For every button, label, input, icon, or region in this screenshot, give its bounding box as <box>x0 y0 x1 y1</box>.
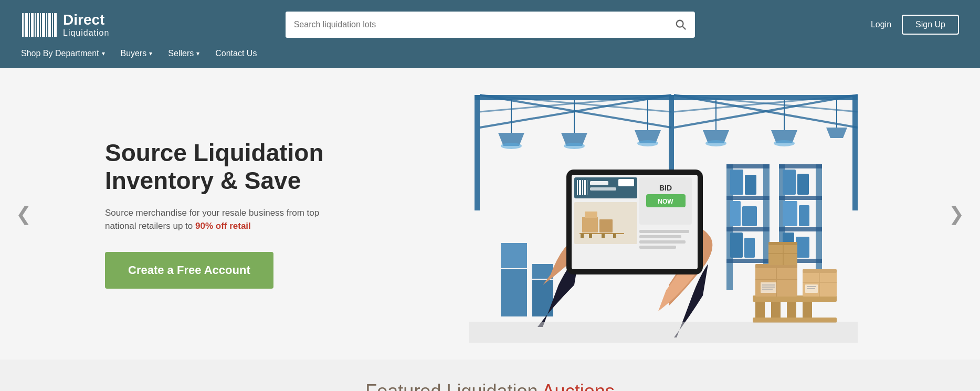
svg-rect-58 <box>742 206 757 226</box>
svg-rect-124 <box>469 322 858 343</box>
hero-prev-button[interactable]: ❮ <box>10 198 37 230</box>
svg-rect-75 <box>803 302 812 318</box>
svg-line-13 <box>682 26 686 29</box>
svg-rect-114 <box>585 212 597 218</box>
svg-rect-0 <box>22 13 24 37</box>
svg-point-34 <box>637 140 658 146</box>
svg-rect-106 <box>618 179 634 186</box>
logo-text: Direct Liquidation <box>63 12 109 37</box>
svg-rect-122 <box>639 240 686 244</box>
chevron-down-icon: ▾ <box>102 50 105 57</box>
svg-rect-81 <box>761 282 776 293</box>
hero-text: Source LiquidationInventory & Save Sourc… <box>105 139 367 289</box>
nav-item-contact[interactable]: Contact Us <box>215 49 257 58</box>
hero-section: ❮ Source LiquidationInventory & Save Sou… <box>0 68 980 360</box>
svg-rect-2 <box>29 13 30 37</box>
svg-rect-117 <box>589 234 592 238</box>
svg-point-37 <box>705 140 726 146</box>
svg-rect-48 <box>726 259 770 263</box>
svg-rect-55 <box>730 170 743 195</box>
featured-section: Featured Liquidation Auctions Show all a… <box>0 360 980 391</box>
svg-rect-102 <box>584 180 586 195</box>
svg-text:BID: BID <box>659 184 671 192</box>
svg-rect-68 <box>501 243 527 268</box>
hero-content: Source LiquidationInventory & Save Sourc… <box>0 78 980 351</box>
chevron-down-icon: ▾ <box>149 50 152 57</box>
svg-rect-4 <box>35 13 36 37</box>
hero-title: Source LiquidationInventory & Save <box>105 139 367 195</box>
main-nav: Shop By Department ▾ Buyers ▾ Sellers ▾ … <box>21 49 959 58</box>
search-bar <box>286 12 695 38</box>
svg-rect-53 <box>779 227 822 231</box>
svg-rect-72 <box>755 302 765 318</box>
svg-rect-45 <box>726 164 770 168</box>
svg-rect-46 <box>726 196 770 200</box>
svg-rect-100 <box>579 180 581 195</box>
featured-title: Featured Liquidation Auctions <box>0 381 980 391</box>
svg-rect-104 <box>590 181 608 185</box>
hero-subtitle: Source merchandise for your resale busin… <box>105 206 367 233</box>
svg-rect-103 <box>587 180 587 195</box>
svg-rect-120 <box>639 230 689 233</box>
nav-item-shop[interactable]: Shop By Department ▾ <box>21 49 105 58</box>
svg-rect-59 <box>730 233 743 258</box>
svg-rect-74 <box>787 302 796 318</box>
svg-rect-56 <box>745 175 756 195</box>
site-header: Direct Liquidation Login Sign Up Shop By… <box>0 0 980 68</box>
create-account-button[interactable]: Create a Free Account <box>105 252 273 289</box>
search-input[interactable] <box>286 12 667 38</box>
svg-point-28 <box>501 143 522 149</box>
svg-rect-123 <box>639 246 676 249</box>
svg-rect-121 <box>639 235 681 238</box>
svg-rect-47 <box>726 227 770 231</box>
search-button[interactable] <box>667 12 695 38</box>
svg-rect-62 <box>797 174 809 195</box>
auth-buttons: Login Sign Up <box>871 15 959 35</box>
hero-highlight: 90% off retail <box>195 221 251 231</box>
svg-rect-15 <box>475 95 480 210</box>
login-button[interactable]: Login <box>871 20 891 29</box>
svg-rect-11 <box>54 13 57 37</box>
search-icon <box>675 19 687 30</box>
svg-rect-1 <box>25 13 28 37</box>
svg-rect-6 <box>40 13 41 37</box>
logo-icon <box>21 10 58 39</box>
svg-rect-52 <box>779 196 822 200</box>
svg-rect-66 <box>796 237 809 258</box>
svg-rect-9 <box>48 13 51 37</box>
svg-rect-60 <box>744 238 755 258</box>
svg-rect-112 <box>582 217 598 233</box>
svg-rect-10 <box>52 13 53 37</box>
chevron-down-icon: ▾ <box>196 50 199 57</box>
nav-item-sellers[interactable]: Sellers ▾ <box>168 49 199 58</box>
svg-rect-116 <box>581 234 584 238</box>
svg-rect-63 <box>783 201 797 226</box>
svg-rect-101 <box>582 180 583 195</box>
site-logo[interactable]: Direct Liquidation <box>21 10 109 39</box>
svg-rect-99 <box>577 180 578 195</box>
signup-button[interactable]: Sign Up <box>902 15 959 35</box>
svg-rect-67 <box>501 269 527 316</box>
svg-point-31 <box>564 143 585 149</box>
svg-text:NOW: NOW <box>658 198 673 205</box>
svg-point-12 <box>676 20 683 27</box>
svg-rect-7 <box>42 13 45 37</box>
hero-next-button[interactable]: ❯ <box>943 198 970 230</box>
svg-marker-42 <box>826 128 847 138</box>
svg-rect-8 <box>46 13 47 37</box>
svg-rect-73 <box>771 302 781 318</box>
nav-item-buyers[interactable]: Buyers ▾ <box>121 49 153 58</box>
svg-point-40 <box>774 140 795 146</box>
svg-rect-57 <box>730 201 741 226</box>
svg-rect-61 <box>783 170 796 195</box>
svg-rect-113 <box>599 219 613 233</box>
warehouse-scene-svg: BID NOW <box>469 86 858 343</box>
svg-rect-64 <box>799 205 809 226</box>
svg-rect-119 <box>613 234 616 238</box>
svg-rect-5 <box>37 13 39 37</box>
svg-rect-105 <box>590 187 616 191</box>
svg-rect-118 <box>602 234 605 238</box>
hero-illustration: BID NOW <box>409 78 917 351</box>
svg-rect-3 <box>31 13 34 37</box>
svg-rect-51 <box>779 164 822 168</box>
